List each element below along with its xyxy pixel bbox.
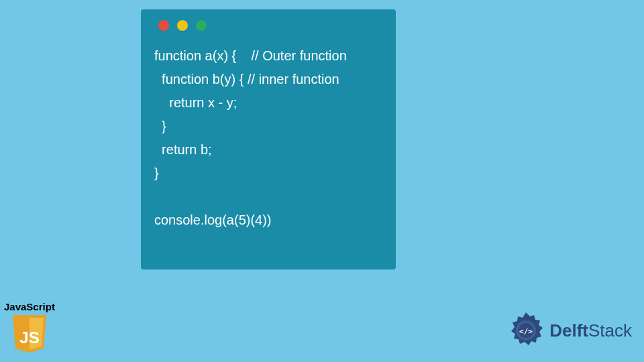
delft-bold: Delft bbox=[549, 320, 588, 341]
window-controls bbox=[158, 20, 382, 31]
delftstack-logo: </> DelftStack bbox=[506, 311, 632, 350]
maximize-icon bbox=[196, 20, 207, 31]
code-window: function a(x) { // Outer function functi… bbox=[141, 9, 396, 269]
javascript-shield-icon: JS bbox=[11, 314, 48, 354]
code-line: console.log(a(5)(4)) bbox=[154, 213, 272, 227]
code-line: return b; bbox=[154, 142, 212, 157]
minimize-icon bbox=[177, 20, 188, 31]
delft-regular: Stack bbox=[588, 320, 632, 341]
javascript-label: JavaScript bbox=[4, 301, 55, 312]
code-block: function a(x) { // Outer function functi… bbox=[154, 44, 382, 232]
delftstack-icon: </> bbox=[506, 311, 545, 350]
close-icon bbox=[158, 20, 169, 31]
js-shield-text: JS bbox=[19, 328, 39, 347]
code-line: function a(x) { // Outer function bbox=[154, 48, 347, 63]
delftstack-text: DelftStack bbox=[549, 320, 632, 341]
code-line: } bbox=[154, 119, 166, 133]
code-line: function b(y) { // inner function bbox=[154, 72, 339, 86]
svg-text:</>: </> bbox=[519, 327, 533, 336]
javascript-badge: JavaScript JS bbox=[4, 301, 55, 354]
code-line: return x - y; bbox=[154, 95, 237, 110]
code-line: } bbox=[154, 166, 159, 180]
